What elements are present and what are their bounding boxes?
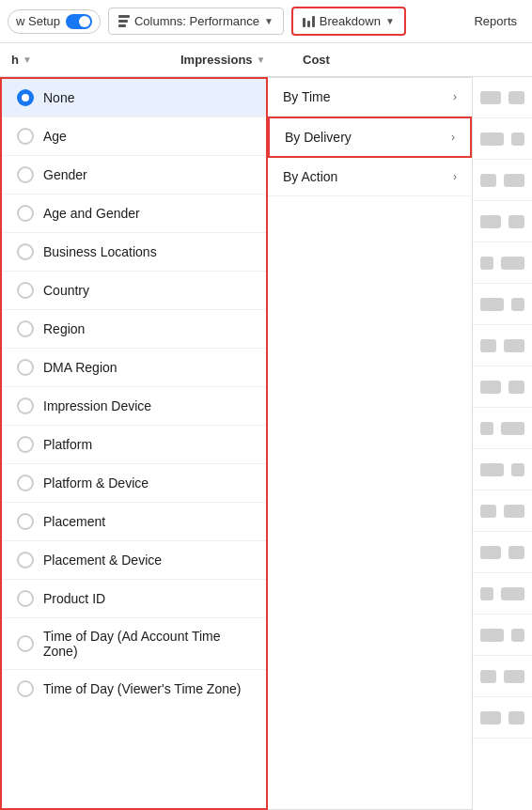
by-time-chevron-icon: › [453, 90, 457, 103]
col-cost-header[interactable]: Cost [295, 53, 370, 67]
dropdown-item-label-age: Age [43, 129, 67, 144]
data-cell [480, 422, 493, 435]
main-content: NoneAgeGenderAge and GenderBusiness Loca… [0, 77, 532, 810]
data-cell [480, 587, 493, 600]
data-cell [509, 91, 524, 104]
data-cell [480, 670, 496, 683]
data-cell [509, 546, 524, 559]
dropdown-item-region[interactable]: Region [2, 310, 266, 349]
dropdown-item-age[interactable]: Age [2, 117, 266, 156]
breakdown-icon [303, 16, 315, 27]
view-setup-label: w Setup [16, 14, 60, 28]
radio-age-gender [17, 205, 34, 222]
columns-icon [118, 15, 130, 27]
radio-gender [17, 166, 34, 183]
dropdown-item-label-business-locations: Business Locations [43, 244, 157, 259]
dropdown-item-label-time-of-day-account: Time of Day (Ad Account Time Zone) [43, 629, 251, 659]
toolbar: w Setup Columns: Performance ▼ Breakdown… [0, 0, 532, 43]
breakdown-submenu-panel: By Time › By Delivery › By Action › [268, 77, 473, 810]
dropdown-item-platform[interactable]: Platform [2, 426, 266, 464]
view-setup-toggle[interactable]: w Setup [8, 9, 101, 34]
data-cell [480, 132, 504, 146]
data-cell [511, 298, 524, 311]
reports-button[interactable]: Reports [466, 8, 524, 34]
data-cell [501, 587, 524, 600]
dropdown-item-business-locations[interactable]: Business Locations [2, 233, 266, 272]
radio-placement [17, 513, 34, 530]
data-cell [511, 629, 524, 642]
table-row [473, 325, 532, 366]
table-row [473, 449, 532, 491]
col-h-label: h [11, 53, 19, 67]
data-cell [480, 463, 504, 476]
table-row [473, 201, 532, 242]
by-time-label: By Time [283, 89, 331, 104]
radio-product-id [17, 590, 34, 607]
col-impressions-header[interactable]: Impressions ▼ [173, 53, 295, 67]
dropdown-item-platform-device[interactable]: Platform & Device [2, 464, 266, 503]
columns-button[interactable]: Columns: Performance ▼ [108, 8, 284, 35]
dropdown-item-time-of-day-account[interactable]: Time of Day (Ad Account Time Zone) [2, 618, 266, 670]
data-cell [511, 463, 524, 476]
dropdown-item-time-of-day-viewer[interactable]: Time of Day (Viewer's Time Zone) [2, 670, 266, 708]
dropdown-item-placement[interactable]: Placement [2, 503, 266, 541]
submenu-by-delivery[interactable]: By Delivery › [268, 117, 472, 158]
dropdown-item-impression-device[interactable]: Impression Device [2, 387, 266, 426]
breakdown-left-panel: NoneAgeGenderAge and GenderBusiness Loca… [0, 77, 268, 810]
data-cell [509, 711, 524, 724]
table-row [473, 491, 532, 532]
radio-dma-region [17, 359, 34, 376]
radio-platform [17, 436, 34, 453]
data-cell [504, 670, 524, 683]
dropdown-item-placement-device[interactable]: Placement & Device [2, 541, 266, 580]
dropdown-item-label-placement: Placement [43, 514, 105, 529]
dropdown-item-gender[interactable]: Gender [2, 156, 266, 195]
data-cell [480, 546, 501, 559]
breakdown-button[interactable]: Breakdown ▼ [291, 7, 406, 36]
breakdown-arrow-icon: ▼ [385, 16, 395, 26]
by-action-chevron-icon: › [453, 170, 457, 183]
dropdown-item-label-none: None [43, 90, 74, 105]
radio-placement-device [17, 552, 34, 569]
table-row [473, 656, 532, 697]
table-row [473, 408, 532, 449]
dropdown-item-product-id[interactable]: Product ID [2, 580, 266, 618]
table-row [473, 615, 532, 656]
data-cell [480, 629, 504, 642]
cost-label: Cost [303, 53, 330, 67]
dropdown-item-label-gender: Gender [43, 167, 87, 182]
table-row [473, 366, 532, 408]
table-row [473, 532, 532, 573]
dropdown-item-country[interactable]: Country [2, 272, 266, 310]
dropdown-item-label-platform: Platform [43, 437, 92, 452]
data-cell [480, 257, 493, 270]
columns-label: Columns: Performance [134, 14, 259, 28]
radio-region [17, 320, 34, 337]
radio-time-of-day-account [17, 635, 34, 652]
data-cell [509, 381, 524, 394]
table-row [473, 697, 532, 739]
table-row [473, 284, 532, 325]
radio-impression-device [17, 397, 34, 414]
data-cell [504, 174, 524, 187]
data-cell [480, 298, 504, 311]
table-row [473, 573, 532, 615]
submenu-by-time[interactable]: By Time › [268, 78, 472, 117]
dropdown-item-age-gender[interactable]: Age and Gender [2, 195, 266, 233]
submenu-by-action[interactable]: By Action › [268, 158, 472, 196]
data-cell [480, 381, 501, 394]
dropdown-item-none[interactable]: None [2, 79, 266, 117]
col-h-sort-icon: ▼ [23, 55, 32, 65]
dropdown-item-label-region: Region [43, 321, 85, 336]
col-h-header[interactable]: h ▼ [4, 53, 173, 67]
dropdown-item-label-impression-device: Impression Device [43, 398, 151, 413]
impressions-label: Impressions [180, 53, 253, 67]
by-delivery-chevron-icon: › [451, 131, 455, 144]
toggle-switch[interactable] [66, 14, 92, 29]
dropdown-item-dma-region[interactable]: DMA Region [2, 349, 266, 387]
table-row [473, 77, 532, 118]
radio-time-of-day-viewer [17, 680, 34, 697]
radio-country [17, 282, 34, 299]
dropdown-item-label-age-gender: Age and Gender [43, 206, 140, 221]
data-cell [504, 339, 524, 352]
